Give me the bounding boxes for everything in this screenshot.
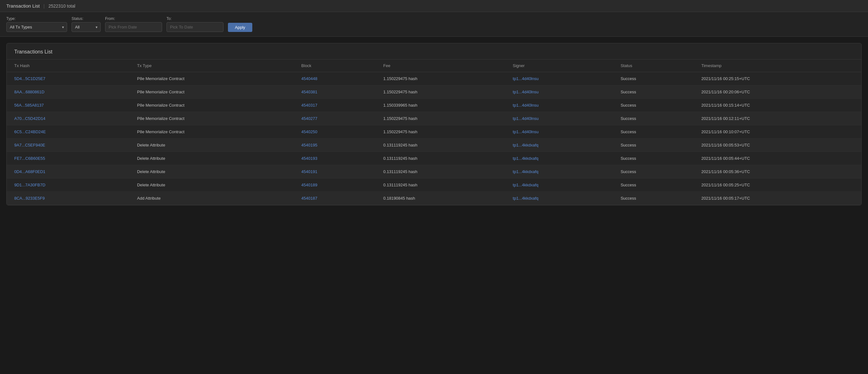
- tx-status: Success: [613, 99, 693, 112]
- type-select[interactable]: All Tx TypesP8e Memorialize ContractDele…: [6, 22, 67, 32]
- to-date-input[interactable]: [166, 22, 223, 32]
- tx-type: Delete Attribute: [129, 179, 294, 192]
- signer-link[interactable]: tp1...4kkdxafq: [513, 169, 538, 174]
- signer-link[interactable]: tp1...4d40lnsu: [513, 76, 539, 81]
- tx-hash-link[interactable]: 9D1...7A30FB7D: [14, 183, 45, 187]
- tx-hash-link[interactable]: 56A...585A8137: [14, 103, 44, 107]
- block-link[interactable]: 4540187: [301, 196, 317, 200]
- tx-fee: 1.150229475 hash: [376, 86, 505, 99]
- apply-button[interactable]: Apply: [228, 23, 252, 32]
- tx-hash-link[interactable]: 6C5...C24BD24E: [14, 129, 46, 134]
- tx-fee: 1.150229475 hash: [376, 125, 505, 138]
- col-header-type: Tx Type: [129, 60, 294, 72]
- block-link[interactable]: 4540191: [301, 169, 317, 174]
- tx-fee: 0.131119245 hash: [376, 138, 505, 152]
- transactions-table: Tx Hash Tx Type Block Fee Signer Status …: [7, 59, 861, 205]
- tx-status: Success: [613, 125, 693, 138]
- tx-status: Success: [613, 72, 693, 86]
- table-row: 8AA...6880861DP8e Memorialize Contract45…: [7, 86, 861, 99]
- table-row: 8CA...9233E5F9Add Attribute45401870.1819…: [7, 192, 861, 205]
- tx-type: P8e Memorialize Contract: [129, 112, 294, 125]
- tx-type: Delete Attribute: [129, 165, 294, 179]
- tx-fee: 1.150229475 hash: [376, 112, 505, 125]
- tx-status: Success: [613, 112, 693, 125]
- table-row: 0D4...A68F0ED1Delete Attribute45401910.1…: [7, 165, 861, 179]
- from-date-input[interactable]: [105, 22, 162, 32]
- tx-timestamp: 2021/11/16 00:25:15+UTC: [694, 72, 862, 86]
- tx-timestamp: 2021/11/16 00:05:36+UTC: [694, 165, 862, 179]
- tx-type: P8e Memorialize Contract: [129, 99, 294, 112]
- signer-link[interactable]: tp1...4d40lnsu: [513, 90, 539, 94]
- tx-type: P8e Memorialize Contract: [129, 125, 294, 138]
- table-row: 5D4...5C1D25E7P8e Memorialize Contract45…: [7, 72, 861, 86]
- table-row: 9D1...7A30FB7DDelete Attribute45401890.1…: [7, 179, 861, 192]
- signer-link[interactable]: tp1...4d40lnsu: [513, 116, 539, 121]
- status-select[interactable]: AllSuccessFailure: [71, 22, 101, 32]
- type-filter-group: Type: All Tx TypesP8e Memorialize Contra…: [6, 17, 67, 32]
- tx-status: Success: [613, 138, 693, 152]
- col-header-timestamp: Timestamp: [694, 60, 862, 72]
- tx-type: Delete Attribute: [129, 152, 294, 165]
- main-content: Transactions List Tx Hash Tx Type Block …: [0, 37, 868, 212]
- tx-type: P8e Memorialize Contract: [129, 86, 294, 99]
- filter-bar: Type: All Tx TypesP8e Memorialize Contra…: [0, 12, 868, 37]
- tx-hash-link[interactable]: FE7...C6B60E55: [14, 156, 45, 161]
- signer-link[interactable]: tp1...4d40lnsu: [513, 129, 539, 134]
- signer-link[interactable]: tp1...4kkdxafq: [513, 156, 538, 161]
- tx-hash-link[interactable]: 5D4...5C1D25E7: [14, 76, 45, 81]
- table-row: 56A...585A8137P8e Memorialize Contract45…: [7, 99, 861, 112]
- tx-timestamp: 2021/11/16 00:10:07+UTC: [694, 125, 862, 138]
- tx-status: Success: [613, 165, 693, 179]
- block-link[interactable]: 4540250: [301, 129, 317, 134]
- tx-fee: 1.150229475 hash: [376, 72, 505, 86]
- block-link[interactable]: 4540195: [301, 143, 317, 148]
- tx-timestamp: 2021/11/16 00:20:06+UTC: [694, 86, 862, 99]
- block-link[interactable]: 4540317: [301, 103, 317, 107]
- tx-type: Delete Attribute: [129, 138, 294, 152]
- block-link[interactable]: 4540448: [301, 76, 317, 81]
- tx-timestamp: 2021/11/16 00:05:25+UTC: [694, 179, 862, 192]
- page-title: Transaction List: [6, 3, 39, 8]
- tx-status: Success: [613, 179, 693, 192]
- header-divider: |: [43, 3, 44, 8]
- from-filter-group: From:: [105, 17, 162, 32]
- col-header-status: Status: [613, 60, 693, 72]
- signer-link[interactable]: tp1...4d40lnsu: [513, 103, 539, 107]
- type-select-wrapper: All Tx TypesP8e Memorialize ContractDele…: [6, 22, 67, 32]
- col-header-hash: Tx Hash: [7, 60, 129, 72]
- status-label: Status:: [71, 17, 101, 21]
- tx-status: Success: [613, 152, 693, 165]
- block-link[interactable]: 4540277: [301, 116, 317, 121]
- signer-link[interactable]: tp1...4kkdxafq: [513, 143, 538, 148]
- tx-timestamp: 2021/11/16 00:12:11+UTC: [694, 112, 862, 125]
- tx-timestamp: 2021/11/16 00:05:44+UTC: [694, 152, 862, 165]
- table-row: 6C5...C24BD24EP8e Memorialize Contract45…: [7, 125, 861, 138]
- block-link[interactable]: 4540189: [301, 183, 317, 187]
- block-link[interactable]: 4540193: [301, 156, 317, 161]
- table-row: A70...C5D42D14P8e Memorialize Contract45…: [7, 112, 861, 125]
- header-bar: Transaction List | 2522310 total: [0, 0, 868, 12]
- col-header-fee: Fee: [376, 60, 505, 72]
- signer-link[interactable]: tp1...4kkdxafq: [513, 183, 538, 187]
- tx-hash-link[interactable]: 8CA...9233E5F9: [14, 196, 44, 200]
- to-label: To:: [166, 17, 223, 21]
- tx-fee: 0.131119245 hash: [376, 152, 505, 165]
- tx-fee: 0.131119245 hash: [376, 165, 505, 179]
- card-header: Transactions List: [7, 43, 861, 59]
- tx-timestamp: 2021/11/16 00:05:53+UTC: [694, 138, 862, 152]
- header-total: 2522310 total: [49, 3, 75, 8]
- col-header-signer: Signer: [505, 60, 613, 72]
- block-link[interactable]: 4540381: [301, 90, 317, 94]
- tx-hash-link[interactable]: 0D4...A68F0ED1: [14, 169, 45, 174]
- table-row: 9A7...C5EF940EDelete Attribute45401950.1…: [7, 138, 861, 152]
- to-filter-group: To:: [166, 17, 223, 32]
- signer-link[interactable]: tp1...4kkdxafq: [513, 196, 538, 200]
- tx-hash-link[interactable]: A70...C5D42D14: [14, 116, 45, 121]
- table-row: FE7...C6B60E55Delete Attribute45401930.1…: [7, 152, 861, 165]
- tx-timestamp: 2021/11/16 00:05:17+UTC: [694, 192, 862, 205]
- tx-status: Success: [613, 86, 693, 99]
- tx-hash-link[interactable]: 9A7...C5EF940E: [14, 143, 45, 148]
- tx-hash-link[interactable]: 8AA...6880861D: [14, 90, 44, 94]
- tx-fee: 0.131119245 hash: [376, 179, 505, 192]
- status-select-wrapper: AllSuccessFailure: [71, 22, 101, 32]
